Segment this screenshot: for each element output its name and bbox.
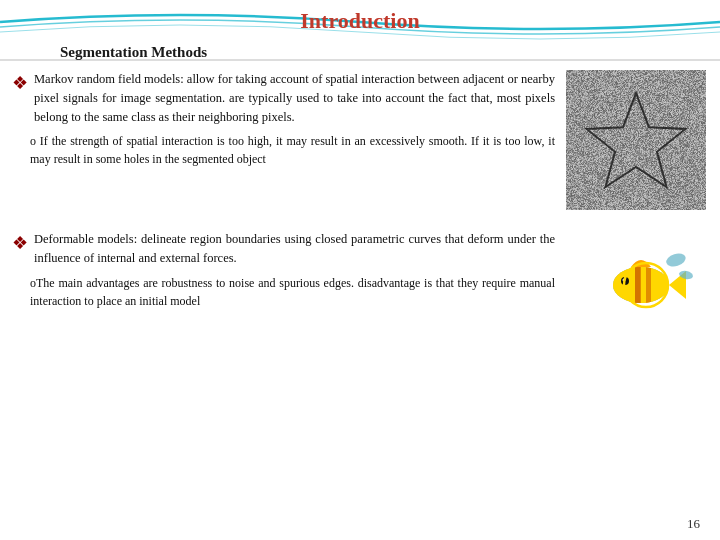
bullet-2-text: Deformable models: delineate region boun… xyxy=(34,230,555,268)
content-area: ❖ Markov random field models: allow for … xyxy=(0,62,720,540)
section-2-image xyxy=(563,230,708,360)
sub-bullet-2: oThe main advantages are robustness to n… xyxy=(30,274,555,310)
bullet-2-main: ❖ Deformable models: delineate region bo… xyxy=(12,230,555,268)
subtitle: Segmentation Methods xyxy=(60,44,207,61)
section-1-text: ❖ Markov random field models: allow for … xyxy=(12,70,555,210)
star-noise-image xyxy=(566,70,706,210)
diamond-bullet-2: ❖ xyxy=(12,232,28,254)
page-number: 16 xyxy=(687,516,700,532)
sub-bullet-1: o If the strength of spatial interaction… xyxy=(30,132,555,168)
bullet-1-main: ❖ Markov random field models: allow for … xyxy=(12,70,555,126)
page-title: Introduction xyxy=(0,8,720,34)
section-1-image xyxy=(563,70,708,210)
fish-image xyxy=(566,230,706,360)
diamond-bullet-1: ❖ xyxy=(12,72,28,94)
section-2-text: ❖ Deformable models: delineate region bo… xyxy=(12,230,555,360)
section-2: ❖ Deformable models: delineate region bo… xyxy=(12,230,708,360)
bullet-1-text: Markov random field models: allow for ta… xyxy=(34,70,555,126)
section-1: ❖ Markov random field models: allow for … xyxy=(12,70,708,210)
